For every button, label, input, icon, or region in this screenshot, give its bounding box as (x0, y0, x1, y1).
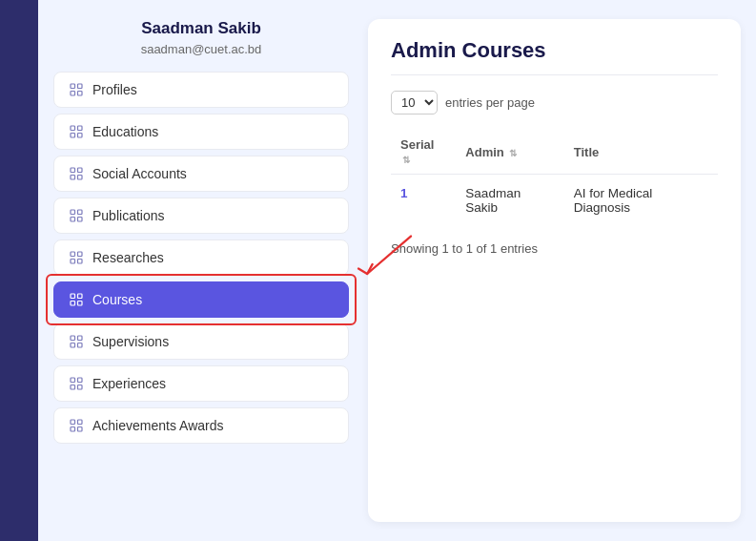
svg-rect-25 (71, 336, 75, 341)
sidebar-item-supervisions-label: Supervisions (92, 334, 169, 349)
col-serial[interactable]: Serial ⇅ (391, 130, 456, 175)
sidebar-item-achievements-awards[interactable]: Achievements Awards (53, 407, 349, 444)
grid-icon-supervisions (70, 335, 83, 348)
sidebar-item-experiences[interactable]: Experiences (53, 365, 349, 402)
svg-rect-10 (71, 176, 75, 180)
col-serial-label: Serial (400, 137, 434, 152)
svg-rect-12 (71, 210, 75, 215)
entries-label: entries per page (445, 95, 535, 110)
table-row: 1 Saadman Sakib AI for Medical Diagnosis (391, 175, 718, 227)
left-panel: Saadman Sakib saadman@cuet.ac.bd Profile… (53, 19, 349, 522)
svg-rect-3 (78, 92, 83, 96)
admin-value: Saadman Sakib (456, 175, 563, 227)
sidebar-item-profiles[interactable]: Profiles (53, 72, 349, 108)
svg-rect-1 (78, 84, 83, 89)
svg-rect-36 (78, 427, 83, 432)
col-admin-label: Admin (465, 145, 503, 159)
entries-per-page-select[interactable]: 10 25 50 (391, 91, 438, 114)
svg-rect-17 (78, 252, 83, 257)
svg-rect-19 (78, 260, 83, 264)
divider (391, 74, 718, 75)
courses-wrapper: Courses (53, 281, 349, 318)
grid-icon-publications (70, 209, 83, 222)
svg-rect-9 (78, 168, 83, 173)
grid-icon-researches (70, 251, 83, 264)
col-title-label: Title (574, 145, 600, 159)
sidebar-item-courses-label: Courses (92, 292, 142, 307)
svg-rect-2 (71, 92, 75, 96)
sidebar-item-supervisions[interactable]: Supervisions (53, 323, 349, 360)
svg-rect-11 (78, 176, 83, 180)
sidebar-item-social-accounts-label: Social Accounts (92, 166, 187, 181)
svg-rect-23 (71, 302, 75, 306)
user-name: Saadman Sakib (141, 19, 261, 38)
svg-rect-5 (78, 126, 83, 131)
title-value: AI for Medical Diagnosis (564, 175, 718, 227)
sidebar-item-courses[interactable]: Courses (53, 281, 349, 318)
sidebar-item-achievements-awards-label: Achievements Awards (92, 418, 223, 433)
panel-title: Admin Courses (391, 38, 718, 63)
main-content: Saadman Sakib saadman@cuet.ac.bd Profile… (38, 0, 756, 541)
sidebar-item-publications-label: Publications (92, 208, 165, 223)
grid-icon-experiences (70, 377, 83, 390)
col-title: Title (564, 130, 718, 175)
col-admin[interactable]: Admin ⇅ (456, 130, 563, 175)
showing-text: Showing 1 to 1 of 1 entries (391, 241, 718, 256)
sidebar-item-publications[interactable]: Publications (53, 198, 349, 234)
svg-rect-32 (78, 385, 83, 390)
sidebar-item-educations[interactable]: Educations (53, 114, 349, 150)
entries-row: 10 25 50 entries per page (391, 91, 718, 114)
svg-rect-28 (78, 343, 83, 348)
svg-rect-26 (78, 336, 83, 341)
sidebar-item-educations-label: Educations (92, 124, 158, 139)
table-header: Serial ⇅ Admin ⇅ Title (391, 130, 718, 175)
grid-icon-achievements (70, 419, 83, 432)
grid-icon-social (70, 167, 83, 180)
svg-rect-18 (71, 260, 75, 264)
nav-list: Profiles Educations (53, 72, 349, 444)
svg-rect-35 (71, 427, 75, 432)
svg-rect-29 (71, 378, 75, 383)
svg-rect-8 (71, 168, 75, 173)
svg-rect-22 (78, 294, 83, 299)
sidebar-item-experiences-label: Experiences (92, 376, 166, 391)
serial-value: 1 (400, 186, 408, 200)
svg-rect-4 (71, 126, 75, 131)
sort-arrows-serial: ⇅ (402, 155, 410, 165)
grid-icon (70, 83, 83, 96)
svg-rect-16 (71, 252, 75, 257)
svg-rect-34 (78, 420, 83, 425)
svg-rect-0 (71, 84, 75, 89)
svg-rect-6 (71, 134, 75, 138)
svg-rect-27 (71, 343, 75, 348)
user-email: saadman@cuet.ac.bd (141, 42, 262, 56)
right-panel: Admin Courses 10 25 50 entries per page … (368, 19, 741, 522)
svg-rect-13 (78, 210, 83, 215)
sidebar-strip (0, 0, 38, 541)
svg-rect-21 (71, 294, 75, 299)
svg-rect-30 (78, 378, 83, 383)
data-table: Serial ⇅ Admin ⇅ Title 1 Saadman Sakib (391, 130, 718, 226)
svg-rect-15 (78, 218, 83, 222)
sidebar-item-social-accounts[interactable]: Social Accounts (53, 156, 349, 192)
svg-rect-14 (71, 218, 75, 222)
svg-rect-7 (78, 134, 83, 138)
sidebar-item-researches-label: Researches (92, 250, 164, 265)
grid-icon-courses (70, 293, 83, 306)
sort-arrows-admin: ⇅ (509, 148, 517, 158)
sidebar-item-profiles-label: Profiles (92, 82, 137, 97)
grid-icon-educations (70, 125, 83, 138)
table-body: 1 Saadman Sakib AI for Medical Diagnosis (391, 175, 718, 227)
sidebar-item-researches[interactable]: Researches (53, 239, 349, 276)
svg-rect-24 (78, 302, 83, 306)
svg-rect-31 (71, 385, 75, 390)
svg-rect-33 (71, 420, 75, 425)
